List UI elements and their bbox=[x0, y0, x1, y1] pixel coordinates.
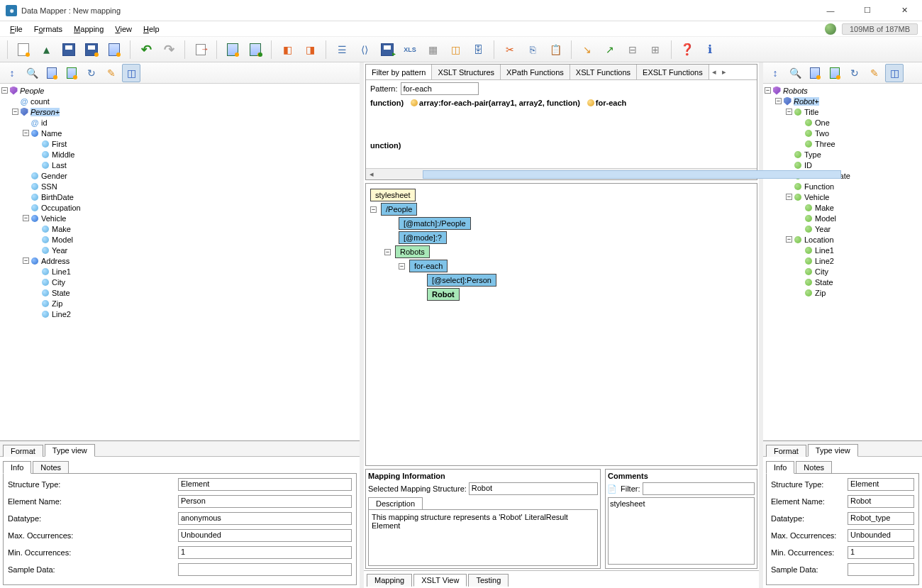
link2-button[interactable]: ↗ bbox=[600, 40, 620, 60]
map-match[interactable]: [@match]:/People bbox=[399, 217, 471, 230]
save-as-button[interactable] bbox=[82, 40, 101, 60]
about-button[interactable]: ℹ bbox=[700, 40, 720, 60]
save-run-button[interactable]: ▸ bbox=[377, 40, 397, 60]
doc-action1-button[interactable] bbox=[223, 40, 243, 60]
func-item[interactable]: for-each bbox=[587, 99, 626, 107]
h-scrollbar[interactable]: ◂ ▸ bbox=[366, 168, 757, 179]
tgt-find-button[interactable]: 🔍 bbox=[786, 64, 804, 82]
target-tree[interactable]: −Robots −Robot+ −Title One Two Three Typ… bbox=[763, 84, 922, 440]
compare-button[interactable]: ◫ bbox=[445, 40, 465, 60]
title-bar: ⎈ Data Mapper : New mapping — ☐ ✕ bbox=[0, 0, 922, 21]
menu-formats[interactable]: Formats bbox=[28, 23, 68, 35]
tab-info[interactable]: Info bbox=[766, 461, 794, 474]
tab-notes[interactable]: Notes bbox=[796, 461, 832, 474]
globe-icon[interactable] bbox=[825, 23, 836, 35]
map-robot[interactable]: Robot bbox=[427, 288, 460, 301]
paste-button[interactable]: 📋 bbox=[545, 40, 565, 60]
xls-button[interactable]: XLS bbox=[400, 40, 420, 60]
tab-typeview[interactable]: Type view bbox=[808, 444, 858, 457]
link1-button[interactable]: ↘ bbox=[577, 40, 597, 60]
tree-count[interactable]: count bbox=[30, 97, 50, 106]
tabs-scroll-right[interactable]: ▸ bbox=[719, 67, 729, 77]
tab-typeview[interactable]: Type view bbox=[45, 444, 95, 457]
mapping-canvas[interactable]: stylesheet −/People [@match]:/People [@m… bbox=[365, 183, 757, 466]
code-button[interactable]: ⟨⟩ bbox=[355, 40, 374, 60]
func-item[interactable]: unction) bbox=[370, 141, 401, 150]
src-doc2-button[interactable] bbox=[62, 64, 81, 82]
tree-root[interactable]: People bbox=[20, 87, 44, 95]
tree-person[interactable]: Person+ bbox=[30, 108, 60, 116]
tgt-mode-button[interactable]: ◫ bbox=[885, 64, 904, 82]
src-expand-button[interactable]: ↕ bbox=[3, 64, 21, 82]
toggle2-button[interactable]: ◨ bbox=[300, 40, 320, 60]
close-button[interactable]: ✕ bbox=[892, 3, 916, 18]
list-button[interactable]: ☰ bbox=[332, 40, 352, 60]
save-all-button[interactable] bbox=[104, 40, 124, 60]
tab-description[interactable]: Description bbox=[368, 497, 423, 509]
func-item[interactable]: function) bbox=[370, 99, 404, 107]
tgt-refresh-button[interactable]: ↻ bbox=[845, 64, 864, 82]
expand-button[interactable]: ⊞ bbox=[645, 40, 665, 60]
undo-button[interactable]: ↶ bbox=[136, 40, 156, 60]
tgt-doc-button[interactable] bbox=[806, 64, 824, 82]
src-doc-button[interactable] bbox=[43, 64, 61, 82]
map-select[interactable]: [@select]:Person bbox=[427, 274, 496, 287]
grid-button[interactable]: ▦ bbox=[423, 40, 443, 60]
pattern-input[interactable] bbox=[401, 82, 479, 95]
tab-format[interactable]: Format bbox=[3, 445, 43, 457]
source-tree[interactable]: −People @count −Person+ @id −Name First … bbox=[0, 84, 360, 440]
comments-filter-input[interactable] bbox=[643, 482, 755, 495]
maximize-button[interactable]: ☐ bbox=[855, 3, 879, 18]
cut-button[interactable]: ✂ bbox=[500, 40, 520, 60]
save-button[interactable] bbox=[59, 40, 79, 60]
source-info: Structure Type:Element Element Name:Pers… bbox=[3, 473, 357, 585]
database-button[interactable]: 🗄 bbox=[468, 40, 488, 60]
tgt-doc2-button[interactable] bbox=[826, 64, 844, 82]
tabs-scroll-left[interactable]: ◂ bbox=[709, 67, 719, 77]
tgt-expand-button[interactable]: ↕ bbox=[766, 64, 784, 82]
minimize-button[interactable]: — bbox=[818, 3, 843, 18]
map-people[interactable]: /People bbox=[381, 203, 417, 216]
func-item[interactable]: array:for-each-pair(array1, array2, func… bbox=[411, 99, 580, 107]
help-button[interactable]: ❓ bbox=[677, 40, 697, 60]
src-refresh-button[interactable]: ↻ bbox=[82, 64, 101, 82]
map-robots[interactable]: Robots bbox=[395, 245, 430, 258]
tab-mapping[interactable]: Mapping bbox=[367, 574, 412, 587]
tab-info[interactable]: Info bbox=[3, 461, 31, 474]
main-toolbar: ▴ ↶ ↷ ◧ ◨ ☰ ⟨⟩ ▸ XLS ▦ ◫ 🗄 ✂ ⎘ 📋 ↘ ↗ ⊟ ⊞… bbox=[0, 37, 922, 62]
collapse-button[interactable]: ⊟ bbox=[623, 40, 643, 60]
toggle1-button[interactable]: ◧ bbox=[277, 40, 297, 60]
menu-view[interactable]: View bbox=[109, 23, 138, 35]
target-bottom-tabs: Format Type view bbox=[763, 440, 922, 456]
target-info: Structure Type:Element Element Name:Robo… bbox=[766, 473, 919, 585]
map-mode[interactable]: [@mode]:? bbox=[399, 231, 447, 244]
comments-list[interactable]: stylesheet bbox=[608, 497, 755, 565]
menu-mapping[interactable]: Mapping bbox=[68, 23, 109, 35]
tab-testing[interactable]: Testing bbox=[468, 574, 509, 587]
tab-notes[interactable]: Notes bbox=[33, 461, 69, 474]
src-edit-button[interactable]: ✎ bbox=[102, 64, 121, 82]
map-foreach[interactable]: for-each bbox=[409, 260, 448, 272]
doc-action2-button[interactable] bbox=[245, 40, 265, 60]
src-mode-button[interactable]: ◫ bbox=[122, 64, 140, 82]
menu-file[interactable]: File bbox=[4, 23, 28, 35]
menu-help[interactable]: Help bbox=[138, 23, 165, 35]
tab-xslt-view[interactable]: XSLT View bbox=[413, 574, 467, 587]
map-stylesheet[interactable]: stylesheet bbox=[370, 189, 416, 201]
redo-button[interactable]: ↷ bbox=[159, 40, 179, 60]
tab-format[interactable]: Format bbox=[766, 445, 806, 457]
tab-xpath-functions[interactable]: XPath Functions bbox=[501, 65, 570, 79]
copy-button[interactable]: ⎘ bbox=[523, 40, 543, 60]
target-panel: ↕ 🔍 ↻ ✎ ◫ −Robots −Robot+ −Title One Two… bbox=[759, 62, 922, 588]
open-button[interactable]: ▴ bbox=[36, 40, 56, 60]
source-mini-toolbar: ↕ 🔍 ↻ ✎ ◫ bbox=[0, 62, 360, 84]
exp-icon[interactable]: − bbox=[1, 87, 8, 94]
exit-button[interactable] bbox=[191, 40, 211, 60]
tab-xslt-functions[interactable]: XSLT Functions bbox=[570, 65, 637, 79]
tab-filter-pattern[interactable]: Filter by pattern bbox=[366, 65, 432, 79]
tab-xslt-structures[interactable]: XSLT Structures bbox=[432, 65, 501, 79]
tab-exslt-functions[interactable]: EXSLT Functions bbox=[637, 65, 709, 79]
tgt-edit-button[interactable]: ✎ bbox=[865, 64, 884, 82]
new-doc-button[interactable] bbox=[13, 40, 33, 60]
src-find-button[interactable]: 🔍 bbox=[23, 64, 41, 82]
